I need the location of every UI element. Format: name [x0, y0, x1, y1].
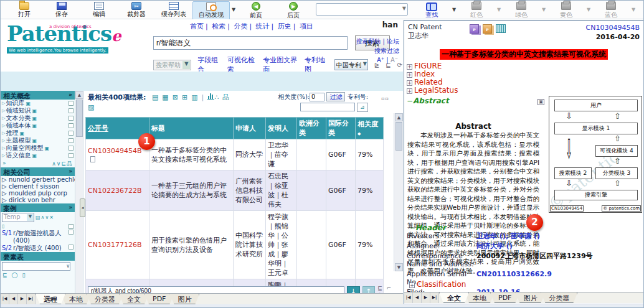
cache-list-button[interactable]: 缓存列表 [155, 1, 192, 19]
pdf-pages-icon[interactable]: P [470, 24, 479, 34]
image-view-icon[interactable]: ▨ [88, 103, 98, 111]
prev-page-button[interactable]: ◀前页 [237, 1, 275, 20]
tree-expand-icon[interactable]: ▷ [2, 153, 5, 158]
companies-collapse-icon[interactable]: » [69, 168, 72, 175]
highlight-blue-button[interactable]: 蓝色 [592, 1, 630, 19]
tree-expand-icon[interactable]: ▷ [2, 176, 7, 183]
filter-button[interactable]: 过滤 [326, 92, 345, 101]
search-filter-link[interactable]: 搜索过滤 [374, 47, 399, 54]
open-button[interactable]: 打开 [6, 1, 43, 19]
highlight-blue-dropdown-icon[interactable]: ▼ [630, 1, 637, 12]
company-item[interactable]: ▷ dirick von behr [1, 197, 75, 203]
clipper-button[interactable]: ✂裁剪器 [118, 1, 155, 19]
company-item[interactable]: ▷ nunold gerbert pechle [1, 176, 75, 183]
elements-list-icon[interactable]: ⊑ [2, 272, 9, 278]
tree-icon[interactable]: 品 [67, 161, 73, 167]
find-dropdown-icon[interactable]: ▼ [450, 1, 458, 12]
section-legalstatus[interactable]: +LegalStatus [404, 86, 643, 95]
section-figure[interactable]: +FIGURE [404, 62, 643, 70]
expand-plus-icon[interactable]: + [407, 64, 412, 70]
highlight-yellow-dropdown-icon[interactable]: ▼ [585, 1, 592, 12]
trash-icon[interactable]: ▯ [2, 223, 5, 229]
font-smaller-button[interactable]: A⁻ [391, 57, 398, 63]
database-dropdown-icon[interactable]: ▼ [363, 61, 367, 67]
tab-classifier[interactable]: 分类器 [541, 292, 577, 303]
scatter-chart-icon[interactable]: ∴ [214, 93, 222, 101]
section-header[interactable]: −Header [407, 223, 446, 232]
elements-input[interactable]: ∨ [2, 262, 70, 271]
tab-pdf[interactable]: PDF [490, 292, 519, 303]
cases-collapse-icon[interactable]: » [69, 204, 72, 212]
concept-checkbox[interactable] [69, 138, 73, 143]
expand-plus-icon[interactable]: + [407, 80, 412, 86]
tree-expand-icon[interactable]: ▷ [2, 123, 5, 128]
tree-expand-icon[interactable]: ▷ [2, 108, 5, 113]
tab-remote[interactable]: 远程 [36, 294, 65, 304]
concept-checkbox[interactable] [69, 153, 73, 158]
cascade-windows-icon[interactable]: ▫▫ [381, 96, 389, 101]
collapse-minus-icon[interactable]: − [407, 96, 413, 105]
col-euro-class[interactable]: 欧洲分类 [297, 118, 326, 139]
tab-fulltext[interactable]: 全文 [119, 294, 149, 304]
tab-fulltext[interactable]: 全文 [439, 292, 469, 303]
tab-first-icon[interactable]: |◀ [404, 292, 413, 303]
panel-splitter-handle[interactable]: ◂ [80, 198, 85, 217]
nav-statistics[interactable]: 统计 [256, 22, 270, 30]
nav-history[interactable]: 历史 [278, 22, 291, 30]
company-item[interactable]: ▷ moulded pulp corp [1, 190, 75, 197]
publication-link[interactable]: CN103177126B [88, 241, 141, 249]
document-icon[interactable] [90, 156, 95, 162]
elements-section-header[interactable]: 要素表 [1, 252, 75, 261]
grid-icon[interactable]: ▥ [191, 93, 201, 101]
more-concepts-icon[interactable]: » [2, 160, 6, 167]
col-relevance[interactable]: 相关度 ◆ [356, 118, 384, 139]
edit-button[interactable]: 编辑 [80, 1, 118, 19]
table-row[interactable]: CN103049454B 一种基于多标签分类的中英文搜索结果可视化系统 同济大学… [86, 139, 384, 170]
cmd-window-icon[interactable]: ⌐ [387, 285, 393, 291]
scroll-up-icon[interactable]: ▲ [395, 113, 403, 121]
tab-local[interactable]: 本地 [465, 292, 495, 303]
case-item-1[interactable]: S/1r/智能遥控机器人 (400) [1, 230, 75, 245]
nav-classify[interactable]: 分类 [234, 22, 247, 30]
concept-checkbox[interactable] [69, 116, 73, 121]
tab-last-icon[interactable]: ▶| [27, 294, 36, 304]
window-icon[interactable]: ⊞ [182, 93, 191, 101]
concept-checkbox[interactable] [69, 123, 73, 128]
tree-expand-icon[interactable]: ▷ [2, 101, 5, 106]
case-dropdown[interactable]: Temp▼ [2, 213, 34, 222]
auto-discover-dropdown-icon[interactable]: ▼ [230, 1, 237, 12]
case-item-2[interactable]: S/2r/智能语义 (400) [1, 245, 75, 252]
concepts-section-header[interactable]: 相关概念» [1, 91, 75, 100]
concepts-collapse-icon[interactable]: » [69, 91, 72, 99]
book-view-icon[interactable] [496, 24, 506, 33]
nav-home[interactable]: 首页 [190, 22, 204, 30]
assignee-link[interactable]: 同济大学 () [476, 242, 513, 250]
auto-discover-button[interactable]: 自动发现 [192, 1, 230, 20]
detail-pub-number[interactable]: CN103049454B [586, 23, 640, 32]
case-checkbox[interactable] [69, 224, 73, 229]
case-close-icon[interactable]: ✕ [49, 215, 54, 220]
sort-chart-button[interactable]: ⊿ [357, 103, 368, 112]
elements-dropdown-icon[interactable]: ∨ [66, 263, 70, 269]
collapse-up-icon[interactable]: ∧ [52, 161, 57, 167]
toolbar-combobox[interactable]: ▼ [316, 3, 408, 16]
publication-link[interactable]: CN102236722B [88, 187, 141, 195]
scroll-up-icon[interactable]: ▲ [75, 91, 83, 99]
concept-checkbox[interactable] [69, 108, 73, 113]
case-save-icon[interactable]: ▤ [36, 215, 41, 220]
tab-local[interactable]: 本地 [61, 294, 91, 304]
tree-expand-icon[interactable]: ▷ [2, 197, 7, 203]
expand-plus-icon[interactable]: + [409, 282, 415, 288]
database-dropdown[interactable]: 中国专利▼ [334, 59, 368, 70]
nav-projects[interactable]: 项目 [300, 22, 313, 30]
expand-plus-icon[interactable]: + [407, 88, 412, 94]
application-no-link[interactable]: CN201110312662.9 [476, 270, 552, 286]
col-intl-class[interactable]: 国际分类 [326, 118, 356, 139]
patent-title[interactable]: 用于搜索引擎的色情用户查询识别方法及设备 [149, 211, 234, 279]
section-classification[interactable]: +Classification [407, 281, 466, 289]
tab-prev-icon[interactable]: ◀ [413, 292, 422, 303]
expand-plus-icon[interactable]: + [407, 72, 412, 78]
tree-expand-icon[interactable]: ▷ [2, 138, 5, 143]
cmd-list-icon[interactable]: ⊑ [377, 285, 384, 291]
next-page-button[interactable]: ▶后页 [275, 1, 312, 20]
